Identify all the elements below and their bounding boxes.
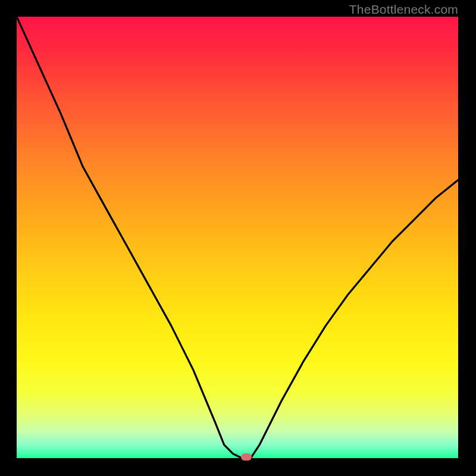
minimum-marker xyxy=(241,453,252,461)
bottleneck-curve xyxy=(17,17,458,458)
plot-area xyxy=(17,17,458,458)
curve-path xyxy=(17,17,458,458)
watermark-text: TheBottleneck.com xyxy=(349,2,458,17)
chart-frame: TheBottleneck.com xyxy=(0,0,476,476)
